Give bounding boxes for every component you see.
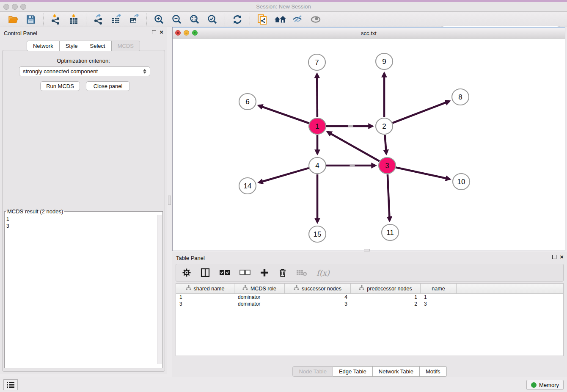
mcds-result-box: MCDS result (2 nodes) 1 3 (4, 208, 163, 368)
function-builder-icon: f(x) (317, 268, 330, 277)
add-row-icon[interactable] (260, 268, 269, 277)
edge-3-10[interactable] (396, 167, 450, 179)
network-graph-canvas[interactable]: 7968124314101511 (173, 39, 565, 251)
zoom-in-icon[interactable] (153, 14, 165, 25)
close-table-panel-icon[interactable]: × (560, 255, 564, 259)
toolbar-separator (146, 14, 147, 25)
node-label-6: 6 (245, 98, 249, 106)
tab-edge-table[interactable]: Edge Table (333, 366, 373, 377)
column-label: MCDS role (250, 286, 276, 292)
task-history-button[interactable] (3, 379, 18, 390)
control-panel-header: Control Panel × (0, 27, 167, 39)
edge-4-14[interactable] (259, 168, 309, 182)
cell: 3 (176, 301, 234, 307)
save-session-icon[interactable] (25, 14, 37, 25)
dropdown-arrows-icon (143, 69, 146, 74)
clone-network-icon[interactable] (256, 14, 269, 25)
tree-icon (359, 285, 364, 292)
float-table-panel-icon[interactable] (552, 255, 556, 259)
horizontal-splitter-grip[interactable] (364, 249, 370, 251)
deselect-all-icon[interactable] (239, 270, 250, 276)
control-panel: Control Panel × Network Style Select MCD… (0, 27, 167, 374)
list-icon (7, 382, 14, 388)
node-label-8: 8 (458, 93, 462, 101)
toolbar-separator (250, 14, 250, 25)
tree-icon (242, 285, 248, 292)
table-row[interactable]: 1dominator411 (176, 294, 563, 301)
column-header-predecessor-nodes[interactable]: predecessor nodes (351, 284, 421, 293)
node-label-7: 7 (315, 58, 319, 66)
select-all-icon[interactable] (219, 270, 230, 276)
table-row[interactable]: 3dominator323 (176, 301, 563, 307)
network-window-titlebar[interactable]: × − + scc.txt (173, 28, 565, 39)
edge-label-tick (348, 125, 353, 127)
tab-motifs[interactable]: Motifs (420, 366, 447, 377)
node-label-15: 15 (314, 230, 322, 238)
run-mcds-button[interactable]: Run MCDS (40, 81, 80, 91)
float-panel-icon[interactable] (152, 30, 156, 34)
column-header-successor-nodes[interactable]: successor nodes (285, 284, 351, 293)
delete-row-icon[interactable] (278, 268, 287, 277)
edge-2-8[interactable] (393, 101, 449, 123)
column-header-name[interactable]: name (421, 284, 457, 293)
hide-panels-icon[interactable] (292, 14, 304, 25)
tree-icon (294, 285, 299, 292)
open-session-icon[interactable] (7, 14, 19, 25)
zoom-out-icon[interactable] (171, 14, 183, 25)
refresh-icon[interactable] (231, 14, 244, 25)
show-panels-icon[interactable] (309, 14, 322, 25)
result-scrollbar[interactable] (157, 215, 162, 364)
network-view-window: × − + scc.txt 7968124314101511 (172, 27, 565, 251)
tab-node-table[interactable]: Node Table (292, 366, 333, 377)
node-label-9: 9 (382, 58, 386, 66)
column-header-MCDS-role[interactable]: MCDS role (234, 284, 285, 293)
column-label: shared name (194, 286, 225, 292)
edge-3-11[interactable] (388, 174, 390, 221)
tab-mcds[interactable]: MCDS (112, 41, 140, 51)
edge-1-6[interactable] (259, 105, 309, 123)
edge-2-3[interactable] (385, 135, 386, 154)
table-panel: Table Panel × f(x) shared nameMCDS rol (172, 252, 567, 377)
table-panel-title: Table Panel (176, 255, 205, 261)
close-panel-button[interactable]: Close panel (86, 81, 130, 91)
columns-icon[interactable] (201, 268, 210, 277)
tab-select[interactable]: Select (84, 41, 112, 51)
column-header-shared-name[interactable]: shared name (176, 284, 234, 293)
optimization-criterion-label: Optimization criterion: (0, 58, 167, 64)
zoom-fit-icon[interactable] (188, 14, 201, 25)
desktop-strip (0, 0, 567, 2)
import-table-icon[interactable] (67, 14, 80, 25)
zoom-selected-icon[interactable] (206, 14, 219, 25)
tab-style[interactable]: Style (60, 41, 84, 51)
table-panel-header: Table Panel × (172, 252, 567, 264)
delete-table-icon (296, 269, 307, 276)
node-table[interactable]: shared nameMCDS rolesuccessor nodesprede… (176, 283, 564, 356)
vertical-splitter-grip[interactable] (168, 196, 171, 205)
node-label-1: 1 (315, 122, 319, 130)
node-label-2: 2 (382, 122, 386, 130)
edge-1-7[interactable] (317, 74, 317, 117)
network-file-title: scc.txt (173, 30, 565, 36)
column-label: name (432, 286, 445, 292)
memory-label: Memory (539, 382, 559, 388)
node-label-10: 10 (457, 178, 465, 186)
import-network-icon[interactable] (50, 14, 62, 25)
table-header-row[interactable]: shared nameMCDS rolesuccessor nodesprede… (176, 284, 563, 294)
cell: 1 (351, 294, 421, 301)
home-icon[interactable] (274, 14, 286, 25)
edge-label-tick (350, 165, 355, 166)
edge-3-1[interactable] (328, 132, 379, 161)
cell: 1 (421, 294, 457, 301)
tab-network-table[interactable]: Network Table (373, 366, 420, 377)
export-image-icon[interactable] (128, 14, 140, 25)
close-panel-icon[interactable]: × (160, 30, 163, 34)
criterion-dropdown[interactable]: strongly connected component (19, 66, 150, 76)
export-table-icon[interactable] (110, 14, 123, 25)
tab-network[interactable]: Network (27, 41, 60, 51)
gear-icon[interactable] (182, 268, 191, 277)
table-rows[interactable]: 1dominator4113dominator323 (176, 294, 563, 307)
cell: dominator (234, 294, 285, 301)
table-tabs: Node Table Edge Table Network Table Moti… (172, 366, 567, 377)
memory-button[interactable]: Memory (526, 380, 564, 390)
export-network-icon[interactable] (92, 14, 105, 25)
